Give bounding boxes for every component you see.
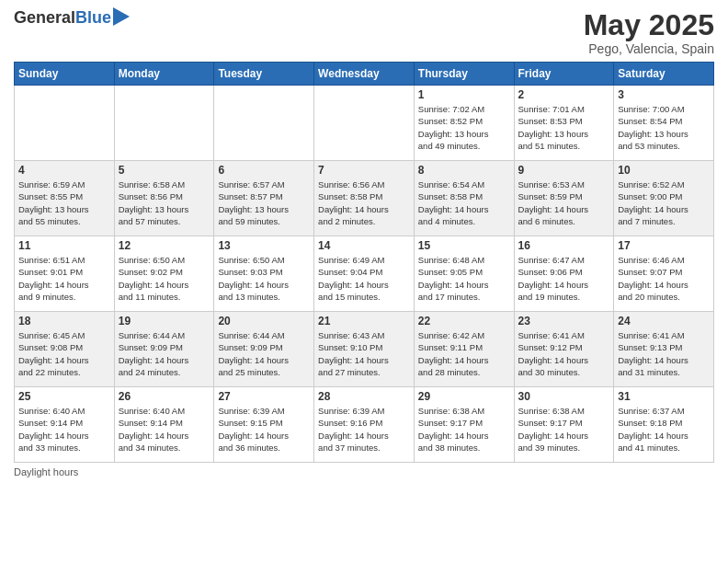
day-info: Sunrise: 6:49 AM Sunset: 9:04 PM Dayligh…	[318, 254, 410, 303]
day-info: Sunrise: 6:53 AM Sunset: 8:59 PM Dayligh…	[518, 178, 610, 227]
day-number: 12	[119, 239, 210, 252]
day-info: Sunrise: 6:56 AM Sunset: 8:58 PM Dayligh…	[318, 178, 410, 227]
day-number: 29	[418, 390, 510, 403]
calendar-cell: 14Sunrise: 6:49 AM Sunset: 9:04 PM Dayli…	[314, 236, 415, 312]
calendar-cell: 1Sunrise: 7:02 AM Sunset: 8:52 PM Daylig…	[414, 86, 514, 161]
daylight-hours-label: Daylight hours	[14, 466, 78, 477]
day-info: Sunrise: 6:47 AM Sunset: 9:06 PM Dayligh…	[518, 254, 610, 303]
calendar-cell: 25Sunrise: 6:40 AM Sunset: 9:14 PM Dayli…	[15, 387, 115, 463]
calendar-cell: 23Sunrise: 6:41 AM Sunset: 9:12 PM Dayli…	[514, 312, 614, 387]
calendar-cell	[15, 86, 115, 161]
calendar-table: SundayMondayTuesdayWednesdayThursdayFrid…	[14, 62, 714, 463]
logo-icon	[113, 7, 130, 28]
calendar-subtitle: Pego, Valencia, Spain	[584, 41, 714, 56]
calendar-day-header: Wednesday	[314, 63, 415, 86]
day-number: 24	[618, 315, 710, 327]
calendar-cell: 19Sunrise: 6:44 AM Sunset: 9:09 PM Dayli…	[114, 312, 214, 387]
logo: GeneralBlue	[14, 9, 130, 28]
day-info: Sunrise: 6:41 AM Sunset: 9:12 PM Dayligh…	[518, 329, 610, 378]
day-info: Sunrise: 6:45 AM Sunset: 9:08 PM Dayligh…	[18, 329, 110, 378]
day-info: Sunrise: 6:38 AM Sunset: 9:17 PM Dayligh…	[418, 405, 510, 454]
header: GeneralBlue May 2025 Pego, Valencia, Spa…	[14, 9, 714, 56]
day-info: Sunrise: 6:42 AM Sunset: 9:11 PM Dayligh…	[418, 329, 510, 378]
calendar-title: May 2025	[584, 9, 714, 41]
calendar-cell: 26Sunrise: 6:40 AM Sunset: 9:14 PM Dayli…	[114, 387, 214, 463]
day-number: 31	[618, 390, 710, 403]
calendar-cell	[114, 86, 214, 161]
calendar-cell: 12Sunrise: 6:50 AM Sunset: 9:02 PM Dayli…	[114, 236, 214, 312]
day-info: Sunrise: 6:52 AM Sunset: 9:00 PM Dayligh…	[618, 178, 710, 227]
svg-marker-0	[113, 7, 130, 26]
day-number: 16	[518, 239, 610, 252]
day-info: Sunrise: 6:40 AM Sunset: 9:14 PM Dayligh…	[18, 405, 110, 454]
title-block: May 2025 Pego, Valencia, Spain	[584, 9, 714, 56]
calendar-day-header: Saturday	[614, 63, 714, 86]
calendar-cell: 5Sunrise: 6:58 AM Sunset: 8:56 PM Daylig…	[114, 161, 214, 236]
calendar-day-header: Thursday	[414, 63, 514, 86]
calendar-cell: 7Sunrise: 6:56 AM Sunset: 8:58 PM Daylig…	[314, 161, 415, 236]
day-info: Sunrise: 6:43 AM Sunset: 9:10 PM Dayligh…	[318, 329, 410, 378]
day-number: 14	[318, 239, 410, 252]
day-number: 1	[418, 88, 510, 101]
day-info: Sunrise: 6:50 AM Sunset: 9:03 PM Dayligh…	[218, 254, 310, 303]
day-info: Sunrise: 6:46 AM Sunset: 9:07 PM Dayligh…	[618, 254, 710, 303]
calendar-cell: 3Sunrise: 7:00 AM Sunset: 8:54 PM Daylig…	[614, 86, 714, 161]
calendar-cell: 17Sunrise: 6:46 AM Sunset: 9:07 PM Dayli…	[614, 236, 714, 312]
day-info: Sunrise: 6:44 AM Sunset: 9:09 PM Dayligh…	[218, 329, 310, 378]
day-number: 19	[119, 315, 210, 327]
calendar-cell: 4Sunrise: 6:59 AM Sunset: 8:55 PM Daylig…	[15, 161, 115, 236]
calendar-cell: 16Sunrise: 6:47 AM Sunset: 9:06 PM Dayli…	[514, 236, 614, 312]
calendar-cell: 27Sunrise: 6:39 AM Sunset: 9:15 PM Dayli…	[214, 387, 314, 463]
day-number: 26	[119, 390, 210, 403]
calendar-cell: 20Sunrise: 6:44 AM Sunset: 9:09 PM Dayli…	[214, 312, 314, 387]
day-number: 11	[18, 239, 110, 252]
day-number: 30	[518, 390, 610, 403]
day-info: Sunrise: 6:39 AM Sunset: 9:15 PM Dayligh…	[218, 405, 310, 454]
calendar-day-header: Sunday	[15, 63, 115, 86]
day-number: 28	[318, 390, 410, 403]
calendar-cell: 24Sunrise: 6:41 AM Sunset: 9:13 PM Dayli…	[614, 312, 714, 387]
calendar-cell	[314, 86, 415, 161]
logo-general: General	[14, 8, 75, 27]
calendar-cell	[214, 86, 314, 161]
calendar-cell: 15Sunrise: 6:48 AM Sunset: 9:05 PM Dayli…	[414, 236, 514, 312]
day-info: Sunrise: 6:59 AM Sunset: 8:55 PM Dayligh…	[18, 178, 110, 227]
day-number: 6	[218, 164, 310, 177]
day-number: 25	[18, 390, 110, 403]
page: GeneralBlue May 2025 Pego, Valencia, Spa…	[0, 0, 728, 563]
day-number: 17	[618, 239, 710, 252]
calendar-cell: 31Sunrise: 6:37 AM Sunset: 9:18 PM Dayli…	[614, 387, 714, 463]
day-info: Sunrise: 6:57 AM Sunset: 8:57 PM Dayligh…	[218, 178, 310, 227]
day-info: Sunrise: 6:40 AM Sunset: 9:14 PM Dayligh…	[119, 405, 210, 454]
calendar-cell: 30Sunrise: 6:38 AM Sunset: 9:17 PM Dayli…	[514, 387, 614, 463]
day-number: 8	[418, 164, 510, 177]
calendar-cell: 11Sunrise: 6:51 AM Sunset: 9:01 PM Dayli…	[15, 236, 115, 312]
day-number: 10	[618, 164, 710, 177]
day-number: 23	[518, 315, 610, 327]
calendar-cell: 8Sunrise: 6:54 AM Sunset: 8:58 PM Daylig…	[414, 161, 514, 236]
day-number: 5	[119, 164, 210, 177]
day-info: Sunrise: 6:58 AM Sunset: 8:56 PM Dayligh…	[119, 178, 210, 227]
calendar-week-row: 18Sunrise: 6:45 AM Sunset: 9:08 PM Dayli…	[15, 312, 714, 387]
calendar-cell: 9Sunrise: 6:53 AM Sunset: 8:59 PM Daylig…	[514, 161, 614, 236]
day-number: 18	[18, 315, 110, 327]
day-info: Sunrise: 6:48 AM Sunset: 9:05 PM Dayligh…	[418, 254, 510, 303]
calendar-cell: 6Sunrise: 6:57 AM Sunset: 8:57 PM Daylig…	[214, 161, 314, 236]
day-info: Sunrise: 7:01 AM Sunset: 8:53 PM Dayligh…	[518, 103, 610, 152]
day-info: Sunrise: 7:02 AM Sunset: 8:52 PM Dayligh…	[418, 103, 510, 152]
logo-blue: Blue	[75, 8, 111, 27]
day-number: 15	[418, 239, 510, 252]
day-info: Sunrise: 6:54 AM Sunset: 8:58 PM Dayligh…	[418, 178, 510, 227]
day-info: Sunrise: 6:50 AM Sunset: 9:02 PM Dayligh…	[119, 254, 210, 303]
day-number: 2	[518, 88, 610, 101]
day-number: 3	[618, 88, 710, 101]
calendar-week-row: 1Sunrise: 7:02 AM Sunset: 8:52 PM Daylig…	[15, 86, 714, 161]
calendar-cell: 10Sunrise: 6:52 AM Sunset: 9:00 PM Dayli…	[614, 161, 714, 236]
calendar-cell: 21Sunrise: 6:43 AM Sunset: 9:10 PM Dayli…	[314, 312, 415, 387]
calendar-week-row: 11Sunrise: 6:51 AM Sunset: 9:01 PM Dayli…	[15, 236, 714, 312]
day-number: 20	[218, 315, 310, 327]
day-info: Sunrise: 6:39 AM Sunset: 9:16 PM Dayligh…	[318, 405, 410, 454]
day-number: 21	[318, 315, 410, 327]
day-info: Sunrise: 6:44 AM Sunset: 9:09 PM Dayligh…	[119, 329, 210, 378]
day-info: Sunrise: 7:00 AM Sunset: 8:54 PM Dayligh…	[618, 103, 710, 152]
